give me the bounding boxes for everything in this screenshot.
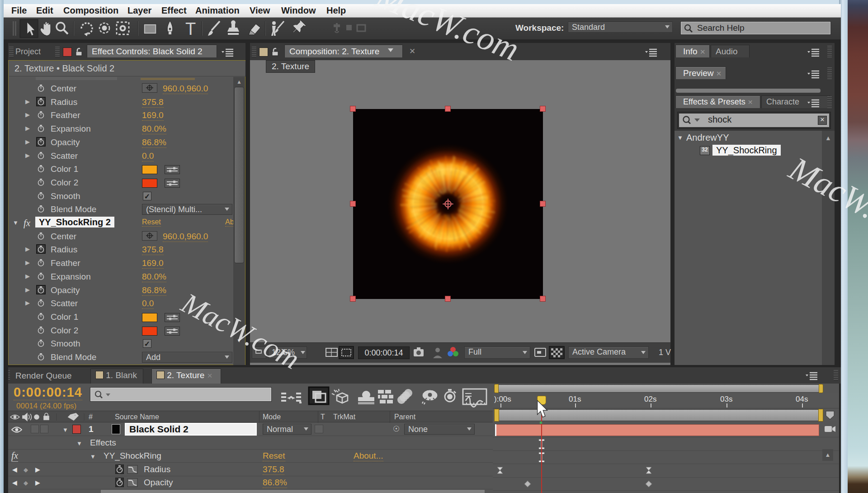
svg-text:T: T xyxy=(185,19,196,38)
